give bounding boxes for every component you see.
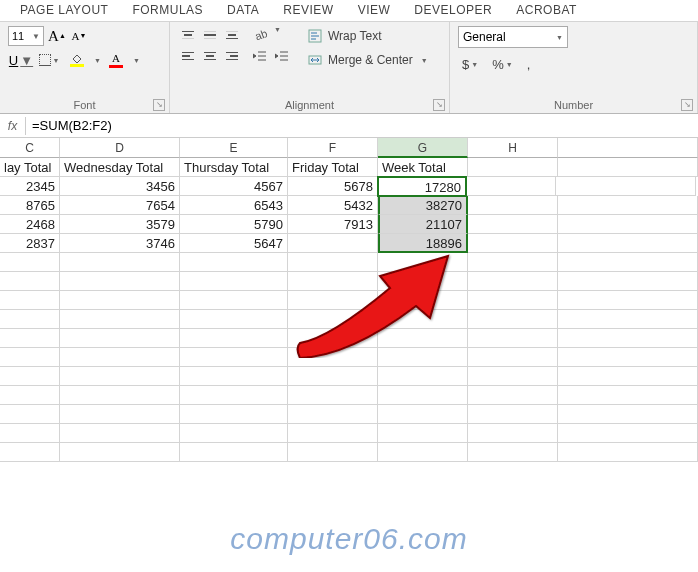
align-bottom-button[interactable]	[222, 26, 242, 44]
tab-acrobat[interactable]: ACROBAT	[504, 0, 589, 21]
cell[interactable]	[60, 386, 180, 405]
cell[interactable]: 2837	[0, 234, 60, 253]
cell[interactable]: 2345	[0, 177, 60, 196]
cell[interactable]	[378, 367, 468, 386]
cell[interactable]	[0, 405, 60, 424]
cell[interactable]	[378, 443, 468, 462]
cell[interactable]	[466, 177, 556, 196]
cell[interactable]	[60, 348, 180, 367]
decrease-indent-button[interactable]	[250, 47, 270, 65]
cell[interactable]: Thursday Total	[180, 158, 288, 177]
cell[interactable]	[180, 310, 288, 329]
cell[interactable]: 5790	[180, 215, 288, 234]
cell[interactable]	[468, 215, 558, 234]
cell[interactable]	[378, 253, 468, 272]
cell[interactable]: lay Total	[0, 158, 60, 177]
cell[interactable]	[180, 253, 288, 272]
cell[interactable]	[60, 424, 180, 443]
tab-formulas[interactable]: FORMULAS	[120, 0, 215, 21]
cell[interactable]	[288, 329, 378, 348]
cell[interactable]	[468, 386, 558, 405]
underline-button[interactable]: U▼	[8, 50, 34, 70]
align-center-button[interactable]	[200, 47, 220, 65]
cell[interactable]	[0, 386, 60, 405]
cell[interactable]	[558, 291, 698, 310]
cell[interactable]	[0, 272, 60, 291]
cell[interactable]	[468, 234, 558, 253]
cell[interactable]	[180, 329, 288, 348]
cell[interactable]	[0, 443, 60, 462]
cell[interactable]	[288, 291, 378, 310]
cell[interactable]	[558, 310, 698, 329]
selected-cell[interactable]: 18896	[378, 234, 468, 253]
cell[interactable]	[0, 310, 60, 329]
wrap-text-button[interactable]: Wrap Text	[304, 26, 432, 46]
cell[interactable]	[288, 234, 378, 253]
cell[interactable]	[288, 424, 378, 443]
cell[interactable]	[60, 405, 180, 424]
cell[interactable]: 5432	[288, 196, 378, 215]
number-format-combo[interactable]: General ▼	[458, 26, 568, 48]
cell[interactable]	[288, 272, 378, 291]
selected-cell[interactable]: 38270	[378, 196, 468, 215]
cell[interactable]: 3579	[60, 215, 180, 234]
decrease-font-size-button[interactable]: A▼	[70, 26, 88, 46]
cell[interactable]	[288, 386, 378, 405]
col-header-e[interactable]: E	[180, 138, 288, 158]
tab-developer[interactable]: DEVELOPER	[402, 0, 504, 21]
cell[interactable]: Week Total	[378, 158, 468, 177]
cell[interactable]: 2468	[0, 215, 60, 234]
increase-indent-button[interactable]	[272, 47, 292, 65]
tab-data[interactable]: DATA	[215, 0, 271, 21]
percent-format-button[interactable]: %▼	[488, 54, 517, 74]
cell[interactable]: 5647	[180, 234, 288, 253]
cell[interactable]: 4567	[180, 177, 288, 196]
cell[interactable]	[556, 177, 696, 196]
cell[interactable]: Wednesday Total	[60, 158, 180, 177]
cell[interactable]	[468, 158, 558, 177]
cell[interactable]	[288, 405, 378, 424]
cell[interactable]	[180, 443, 288, 462]
cell[interactable]	[0, 291, 60, 310]
tab-review[interactable]: REVIEW	[271, 0, 345, 21]
cell[interactable]	[0, 253, 60, 272]
cell[interactable]	[468, 291, 558, 310]
active-cell[interactable]: 17280	[377, 176, 467, 197]
cell[interactable]	[60, 291, 180, 310]
cell[interactable]	[378, 310, 468, 329]
col-header-h[interactable]: H	[468, 138, 558, 158]
cell[interactable]	[468, 310, 558, 329]
cell[interactable]	[60, 310, 180, 329]
cell[interactable]	[60, 329, 180, 348]
cell[interactable]	[378, 329, 468, 348]
cell[interactable]	[378, 424, 468, 443]
merge-center-button[interactable]: Merge & Center ▼	[304, 50, 432, 70]
cell[interactable]	[558, 348, 698, 367]
cell[interactable]	[180, 367, 288, 386]
cell[interactable]	[180, 272, 288, 291]
cell[interactable]	[60, 443, 180, 462]
font-color-button[interactable]: A	[103, 50, 129, 70]
accounting-format-button[interactable]: $▼	[458, 54, 482, 74]
cell[interactable]	[378, 405, 468, 424]
cell[interactable]	[180, 424, 288, 443]
cell[interactable]: 6543	[180, 196, 288, 215]
col-header-f[interactable]: F	[288, 138, 378, 158]
cell[interactable]	[468, 424, 558, 443]
cell[interactable]	[288, 348, 378, 367]
cell[interactable]	[288, 367, 378, 386]
cell[interactable]	[378, 272, 468, 291]
align-top-button[interactable]	[178, 26, 198, 44]
cell[interactable]	[180, 291, 288, 310]
cell[interactable]	[288, 253, 378, 272]
fx-icon[interactable]: fx	[0, 117, 26, 135]
fill-color-button[interactable]	[64, 50, 90, 70]
borders-button[interactable]: ▼	[36, 50, 62, 70]
cell[interactable]	[468, 443, 558, 462]
cell[interactable]	[0, 367, 60, 386]
cell[interactable]: 3456	[60, 177, 180, 196]
cell[interactable]	[558, 272, 698, 291]
cell[interactable]	[60, 367, 180, 386]
cell[interactable]	[558, 405, 698, 424]
cell[interactable]	[558, 158, 698, 177]
